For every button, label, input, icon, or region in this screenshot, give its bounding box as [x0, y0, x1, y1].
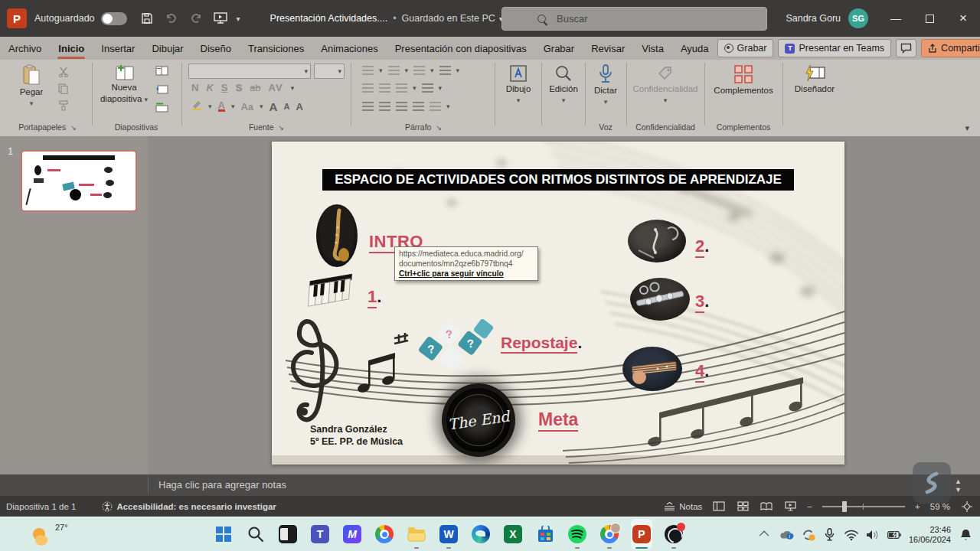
tab-archivo[interactable]: Archivo — [0, 37, 50, 60]
meta-link[interactable]: Meta — [538, 409, 578, 430]
parrafo-launcher-icon[interactable]: ↘ — [436, 124, 442, 132]
accessibility-status[interactable]: Accesibilidad: es necesario investigar — [102, 501, 276, 512]
fuente-launcher-icon[interactable]: ↘ — [279, 124, 285, 132]
the-end-image[interactable]: The End — [442, 383, 515, 457]
next-slide-button[interactable]: ▼ — [955, 486, 962, 494]
shrink-font-button[interactable]: A — [283, 102, 289, 111]
weather-widget[interactable]: 27° — [31, 520, 84, 550]
list-level-icon[interactable] — [413, 66, 425, 75]
slideshow-view-button[interactable] — [783, 500, 797, 513]
decrease-indent-icon[interactable] — [362, 83, 374, 93]
chrome-app-icon[interactable] — [374, 519, 395, 549]
tab-transiciones[interactable]: Transiciones — [240, 37, 312, 60]
tab-revisar[interactable]: Revisar — [583, 37, 633, 60]
minimize-button[interactable]: — — [879, 0, 913, 37]
obs-app-icon[interactable] — [663, 519, 684, 549]
powerpoint-app-icon[interactable]: P — [631, 519, 652, 549]
tab-diseno[interactable]: Diseño — [192, 37, 240, 60]
normal-view-button[interactable] — [712, 500, 726, 513]
align-right-icon[interactable] — [396, 102, 407, 111]
restore-button[interactable] — [913, 0, 946, 37]
save-status[interactable]: Guardado en Este PC — [402, 13, 495, 24]
previous-slide-button[interactable]: ▲ — [955, 478, 962, 485]
zoom-out-button[interactable]: − — [807, 502, 812, 511]
violin-image[interactable] — [628, 220, 686, 262]
link-4[interactable]: 4. — [695, 361, 709, 381]
wifi-icon[interactable] — [844, 528, 858, 542]
increase-indent-icon[interactable] — [379, 83, 390, 93]
new-slide-button[interactable]: Nueva diapositiva ▾ — [100, 64, 149, 105]
powerpoint-logo-icon[interactable]: P — [7, 8, 27, 28]
comments-button[interactable] — [896, 39, 916, 57]
tab-insertar[interactable]: Insertar — [93, 37, 143, 60]
tab-animaciones[interactable]: Animaciones — [312, 37, 386, 60]
drawing-button[interactable]: Dibujo ▾ — [501, 64, 536, 106]
portapapeles-launcher-icon[interactable]: ↘ — [70, 124, 77, 132]
spotify-app-icon[interactable] — [567, 519, 588, 549]
designer-button[interactable]: Diseñador — [787, 64, 842, 94]
screen-recorder-widget[interactable] — [913, 462, 951, 504]
font-name-combobox[interactable]: ▾ — [188, 64, 311, 79]
share-button[interactable]: Compartir ▾ — [921, 39, 980, 57]
slide-title[interactable]: ESPACIO DE ACTIVIDADES CON RITMOS DISTIN… — [322, 169, 794, 191]
line-spacing-icon[interactable] — [439, 66, 451, 75]
clear-formatting-button[interactable]: A — [296, 101, 302, 112]
save-icon[interactable] — [139, 11, 155, 26]
tab-grabar[interactable]: Grabar — [535, 37, 583, 60]
text-direction-icon[interactable] — [396, 83, 407, 93]
grow-font-button[interactable]: A — [270, 100, 278, 113]
guitar-image[interactable] — [622, 347, 682, 391]
movavi-app-icon[interactable]: M — [341, 519, 363, 549]
user-name[interactable]: Sandra Goru — [786, 13, 841, 24]
bullets-icon[interactable] — [362, 66, 374, 75]
edge-app-icon[interactable] — [470, 519, 492, 549]
fit-slide-button[interactable] — [960, 500, 974, 513]
character-spacing-button[interactable]: AV — [269, 82, 283, 93]
quick-access-chevron-icon[interactable]: ▾ — [237, 15, 240, 23]
chrome-profile-icon[interactable] — [599, 519, 620, 549]
excel-app-icon[interactable]: X — [502, 519, 524, 549]
taskbar-search-button[interactable] — [245, 519, 266, 549]
tab-inicio[interactable]: Inicio — [50, 37, 93, 60]
align-left-icon[interactable] — [362, 102, 374, 111]
italic-button[interactable]: K — [206, 82, 213, 93]
tab-vista[interactable]: Vista — [633, 37, 672, 60]
notifications-bell-icon[interactable] — [959, 528, 972, 542]
tab-ayuda[interactable]: Ayuda — [672, 37, 717, 60]
sync-status-icon[interactable] — [802, 528, 815, 542]
font-color-button[interactable]: A — [218, 101, 225, 112]
task-view-button[interactable] — [277, 519, 299, 549]
collapse-ribbon-icon[interactable]: ▾ — [965, 123, 969, 133]
slide-sorter-view-button[interactable] — [736, 500, 750, 513]
font-size-combobox[interactable]: ▾ — [314, 64, 345, 79]
smartart-icon[interactable] — [430, 102, 441, 111]
reading-view-button[interactable] — [760, 500, 773, 513]
tab-dibujar[interactable]: Dibujar — [143, 37, 191, 60]
search-input[interactable]: Buscar — [501, 7, 767, 31]
addins-button[interactable]: Complementos — [709, 64, 778, 96]
taskbar-clock[interactable]: 23:46 16/06/2024 — [909, 525, 951, 545]
notes-toggle-button[interactable]: Notas — [664, 502, 702, 511]
numbering-icon[interactable] — [388, 66, 400, 75]
author-text[interactable]: Sandra González 5º EE. PP. de Música — [310, 423, 403, 448]
microsoft-store-icon[interactable] — [534, 519, 556, 549]
present-in-teams-button[interactable]: T Presentar en Teams — [778, 39, 891, 57]
repostaje-link[interactable]: Repostaje. — [501, 334, 582, 352]
slide-canvas[interactable]: ESPACIO DE ACTIVIDADES CON RITMOS DISTIN… — [272, 142, 844, 465]
battery-icon[interactable] — [887, 528, 901, 542]
paste-button[interactable]: Pegar ▾ — [14, 64, 49, 109]
word-app-icon[interactable]: W — [438, 519, 459, 549]
flute-image[interactable] — [630, 278, 690, 321]
zoom-slider-thumb[interactable] — [842, 501, 847, 512]
record-button[interactable]: Grabar — [717, 39, 774, 57]
align-center-icon[interactable] — [379, 102, 390, 111]
sections-icon[interactable] — [155, 101, 168, 113]
document-title[interactable]: Presentación Actividades.... — [270, 13, 388, 24]
reset-slide-icon[interactable] — [155, 83, 168, 95]
tray-chevron-icon[interactable] — [759, 528, 773, 542]
file-explorer-icon[interactable] — [406, 519, 427, 549]
question-dice-image[interactable]: ? ? ? — [413, 319, 496, 370]
microphone-tray-icon[interactable] — [823, 528, 837, 542]
start-slideshow-icon[interactable] — [213, 11, 228, 26]
change-case-button[interactable]: Aa — [240, 101, 253, 112]
